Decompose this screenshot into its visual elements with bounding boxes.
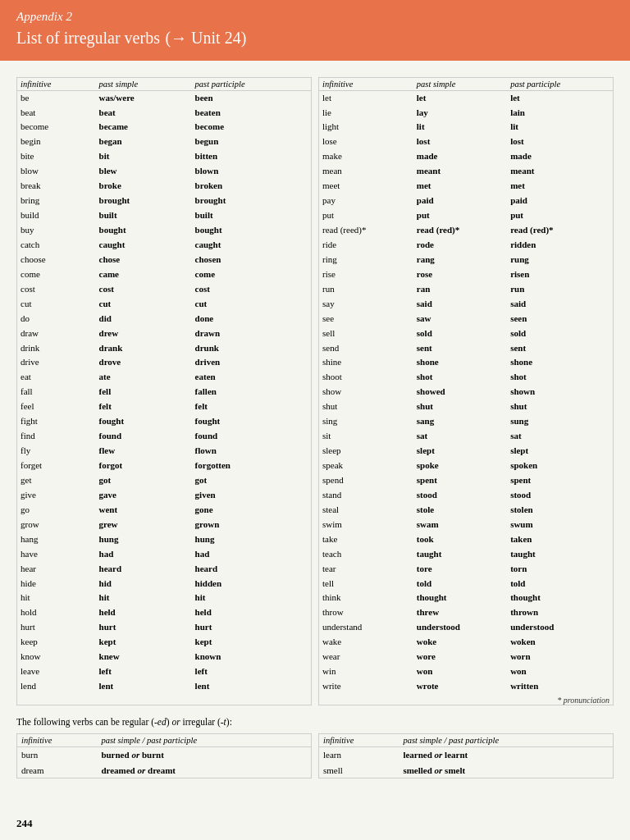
table-cell: burned or burnt [97,747,311,763]
table-cell: run [507,282,613,297]
table-cell: blew [96,164,192,179]
table-cell: lost [413,135,507,149]
table-cell: read (red)* [413,223,507,238]
table-cell: lose [319,135,413,149]
table-cell: shut [319,399,413,414]
verb-tables-wrapper: infinitive past simple past participle b… [16,77,614,705]
table-row: beatbeatbeaten [17,106,311,121]
left-col-past-participle: past participle [192,78,311,91]
table-cell: wrote [413,679,507,694]
table-cell: brought [192,194,311,208]
table-row: feelfeltfelt [17,399,311,414]
table-cell: sold [413,326,507,341]
table-cell: lain [507,106,613,121]
table-cell: got [192,473,311,488]
table-row: putputput [319,208,613,223]
table-cell: pay [319,194,413,208]
table-cell: give [17,488,96,503]
table-cell: flown [192,444,311,459]
regular-intro: The following verbs can be regular (-ed)… [16,717,614,727]
table-cell: ring [319,253,413,267]
table-cell: bring [17,194,96,208]
table-cell: let [507,90,613,105]
table-cell: spoken [507,459,613,473]
table-cell: hit [192,591,311,605]
table-row: riseroserisen [319,267,613,282]
table-cell: let [319,90,413,105]
table-cell: took [413,532,507,547]
table-row: drivedrovedriven [17,355,311,370]
table-cell: fought [96,414,192,429]
table-cell: know [17,650,96,664]
table-cell: sang [413,414,507,429]
table-cell: wear [319,650,413,664]
table-cell: read (reed)* [319,223,413,238]
table-row: makemademade [319,149,613,164]
table-cell: understood [507,620,613,635]
table-cell: sit [319,429,413,444]
table-cell: cut [17,297,96,312]
left-col-infinitive: infinitive [17,78,96,91]
table-cell: begin [17,135,96,149]
table-cell: meant [413,164,507,179]
table-row: sellsoldsold [319,326,613,341]
table-cell: mean [319,164,413,179]
table-cell: sleep [319,444,413,459]
main-content: infinitive past simple past participle b… [0,61,630,795]
table-row: throwthrewthrown [319,605,613,620]
table-cell: taught [413,547,507,562]
table-row: havehadhad [17,547,311,562]
table-cell: steal [319,503,413,518]
table-cell: catch [17,238,96,253]
table-row: getgotgot [17,473,311,488]
table-cell: slept [413,444,507,459]
table-cell: won [507,664,613,679]
table-cell: swam [413,518,507,532]
table-cell: felt [192,399,311,414]
table-cell: sent [507,341,613,356]
table-cell: made [507,149,613,164]
table-row: cutcutcut [17,297,311,312]
title-subtitle: (→ Unit 24) [165,29,246,47]
table-cell: ridden [507,238,613,253]
page-number: 244 [16,817,33,830]
table-row: sitsatsat [319,429,613,444]
table-cell: drew [96,326,192,341]
table-cell: told [413,577,507,591]
table-cell: cut [96,297,192,312]
table-cell: hidden [192,577,311,591]
table-row: eatateeaten [17,370,311,385]
table-row: costcostcost [17,282,311,297]
table-row: holdheldheld [17,605,311,620]
table-cell: hold [17,605,96,620]
table-cell: driven [192,355,311,370]
table-cell: given [192,488,311,503]
table-cell: worn [507,650,613,664]
table-cell: heard [96,562,192,577]
table-cell: shine [319,355,413,370]
table-cell: lit [413,120,507,135]
table-cell: hung [192,532,311,547]
regular-verbs-section: The following verbs can be regular (-ed)… [16,717,614,778]
table-cell: taught [507,547,613,562]
table-cell: see [319,312,413,326]
table-cell: drawn [192,326,311,341]
table-cell: shut [507,399,613,414]
table-cell: written [507,679,613,694]
table-cell: broken [192,179,311,194]
table-cell: cost [192,282,311,297]
table-cell: told [507,577,613,591]
table-cell: cost [17,282,96,297]
table-row: rideroderidden [319,238,613,253]
table-cell: known [192,650,311,664]
table-cell: made [413,149,507,164]
table-row: lielaylain [319,106,613,121]
table-row: letletlet [319,90,613,105]
table-cell: light [319,120,413,135]
table-cell: shut [413,399,507,414]
table-cell: lent [96,679,192,694]
table-cell: tear [319,562,413,577]
table-cell: drink [17,341,96,356]
table-row: knowknewknown [17,650,311,664]
table-cell: keep [17,635,96,650]
